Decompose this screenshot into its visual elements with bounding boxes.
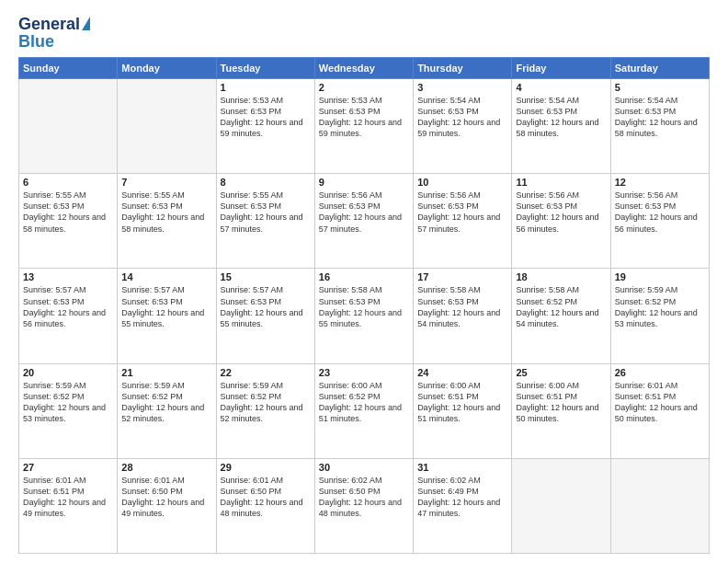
day-info: Sunrise: 6:01 AMSunset: 6:50 PMDaylight:…: [221, 475, 311, 520]
calendar-cell-17: 17 Sunrise: 5:58 AMSunset: 6:53 PMDaylig…: [414, 269, 512, 363]
calendar-cell-7: 7 Sunrise: 5:55 AMSunset: 6:53 PMDayligh…: [118, 174, 216, 269]
weekday-header-saturday: Saturday: [610, 58, 709, 79]
day-number: 18: [516, 271, 606, 282]
day-number: 10: [417, 177, 507, 188]
day-info: Sunrise: 6:02 AMSunset: 6:50 PMDaylight:…: [319, 475, 409, 520]
calendar-cell-empty: [512, 458, 610, 553]
calendar-cell-4: 4 Sunrise: 5:54 AMSunset: 6:53 PMDayligh…: [512, 79, 610, 174]
weekday-header-tuesday: Tuesday: [216, 58, 314, 79]
calendar-cell-5: 5 Sunrise: 5:54 AMSunset: 6:53 PMDayligh…: [610, 79, 709, 174]
calendar-cell-29: 29 Sunrise: 6:01 AMSunset: 6:50 PMDaylig…: [216, 458, 314, 553]
day-info: Sunrise: 5:58 AMSunset: 6:53 PMDaylight:…: [417, 284, 507, 329]
day-info: Sunrise: 6:02 AMSunset: 6:49 PMDaylight:…: [417, 475, 507, 520]
day-number: 16: [319, 271, 409, 282]
day-info: Sunrise: 6:01 AMSunset: 6:51 PMDaylight:…: [23, 475, 113, 520]
calendar-cell-22: 22 Sunrise: 5:59 AMSunset: 6:52 PMDaylig…: [216, 363, 314, 458]
day-number: 26: [615, 367, 705, 378]
day-info: Sunrise: 5:53 AMSunset: 6:53 PMDaylight:…: [319, 95, 409, 140]
day-number: 31: [417, 462, 507, 473]
calendar-cell-empty: [19, 79, 118, 174]
day-number: 30: [319, 462, 409, 473]
day-number: 13: [23, 271, 113, 282]
day-number: 19: [615, 271, 705, 282]
calendar-cell-21: 21 Sunrise: 5:59 AMSunset: 6:52 PMDaylig…: [118, 363, 216, 458]
day-info: Sunrise: 5:56 AMSunset: 6:53 PMDaylight:…: [615, 190, 705, 235]
calendar-cell-8: 8 Sunrise: 5:55 AMSunset: 6:53 PMDayligh…: [216, 174, 314, 269]
day-info: Sunrise: 5:59 AMSunset: 6:52 PMDaylight:…: [121, 380, 211, 425]
day-number: 14: [121, 271, 211, 282]
day-info: Sunrise: 6:01 AMSunset: 6:51 PMDaylight:…: [615, 380, 705, 425]
header: General Blue: [18, 15, 710, 52]
day-info: Sunrise: 5:56 AMSunset: 6:53 PMDaylight:…: [319, 190, 409, 235]
calendar-cell-18: 18 Sunrise: 5:58 AMSunset: 6:52 PMDaylig…: [512, 269, 610, 363]
day-info: Sunrise: 5:57 AMSunset: 6:53 PMDaylight:…: [23, 284, 113, 329]
day-info: Sunrise: 5:59 AMSunset: 6:52 PMDaylight:…: [615, 284, 705, 329]
day-number: 17: [417, 271, 507, 282]
day-info: Sunrise: 5:55 AMSunset: 6:53 PMDaylight:…: [221, 190, 311, 235]
day-number: 11: [516, 177, 606, 188]
day-number: 3: [417, 82, 507, 93]
day-number: 5: [615, 82, 705, 93]
day-number: 25: [516, 367, 606, 378]
day-info: Sunrise: 5:56 AMSunset: 6:53 PMDaylight:…: [417, 190, 507, 235]
week-row-5: 27 Sunrise: 6:01 AMSunset: 6:51 PMDaylig…: [19, 458, 710, 553]
logo-general-text: General: [18, 15, 80, 34]
calendar-cell-1: 1 Sunrise: 5:53 AMSunset: 6:53 PMDayligh…: [216, 79, 314, 174]
weekday-header-thursday: Thursday: [414, 58, 512, 79]
day-info: Sunrise: 6:00 AMSunset: 6:51 PMDaylight:…: [417, 380, 507, 425]
day-number: 23: [319, 367, 409, 378]
day-info: Sunrise: 5:58 AMSunset: 6:53 PMDaylight:…: [319, 284, 409, 329]
calendar-cell-16: 16 Sunrise: 5:58 AMSunset: 6:53 PMDaylig…: [314, 269, 413, 363]
logo-icon: General: [18, 15, 90, 34]
day-number: 4: [516, 82, 606, 93]
weekday-header-wednesday: Wednesday: [314, 58, 413, 79]
day-number: 9: [319, 177, 409, 188]
calendar-cell-19: 19 Sunrise: 5:59 AMSunset: 6:52 PMDaylig…: [610, 269, 709, 363]
day-info: Sunrise: 6:00 AMSunset: 6:51 PMDaylight:…: [516, 380, 606, 425]
day-info: Sunrise: 5:55 AMSunset: 6:53 PMDaylight:…: [23, 190, 113, 235]
day-info: Sunrise: 5:57 AMSunset: 6:53 PMDaylight:…: [121, 284, 211, 329]
calendar-cell-24: 24 Sunrise: 6:00 AMSunset: 6:51 PMDaylig…: [414, 363, 512, 458]
week-row-2: 6 Sunrise: 5:55 AMSunset: 6:53 PMDayligh…: [19, 174, 710, 269]
calendar-cell-empty: [610, 458, 709, 553]
day-info: Sunrise: 5:57 AMSunset: 6:53 PMDaylight:…: [221, 284, 311, 329]
logo: General Blue: [18, 15, 90, 52]
day-info: Sunrise: 5:59 AMSunset: 6:52 PMDaylight:…: [23, 380, 113, 425]
page: General Blue SundayMondayTuesdayWednesda…: [0, 0, 728, 563]
calendar-cell-27: 27 Sunrise: 6:01 AMSunset: 6:51 PMDaylig…: [19, 458, 118, 553]
day-number: 27: [23, 462, 113, 473]
calendar-cell-11: 11 Sunrise: 5:56 AMSunset: 6:53 PMDaylig…: [512, 174, 610, 269]
calendar-cell-empty: [118, 79, 216, 174]
calendar-cell-15: 15 Sunrise: 5:57 AMSunset: 6:53 PMDaylig…: [216, 269, 314, 363]
weekday-header-monday: Monday: [118, 58, 216, 79]
logo-triangle-icon: [82, 17, 90, 30]
calendar-cell-2: 2 Sunrise: 5:53 AMSunset: 6:53 PMDayligh…: [314, 79, 413, 174]
day-info: Sunrise: 5:54 AMSunset: 6:53 PMDaylight:…: [417, 95, 507, 140]
day-info: Sunrise: 5:56 AMSunset: 6:53 PMDaylight:…: [516, 190, 606, 235]
calendar-cell-28: 28 Sunrise: 6:01 AMSunset: 6:50 PMDaylig…: [118, 458, 216, 553]
day-info: Sunrise: 5:59 AMSunset: 6:52 PMDaylight:…: [221, 380, 311, 425]
day-number: 1: [221, 82, 311, 93]
day-number: 15: [221, 271, 311, 282]
weekday-header-row: SundayMondayTuesdayWednesdayThursdayFrid…: [19, 58, 710, 79]
day-info: Sunrise: 6:00 AMSunset: 6:52 PMDaylight:…: [319, 380, 409, 425]
calendar-cell-12: 12 Sunrise: 5:56 AMSunset: 6:53 PMDaylig…: [610, 174, 709, 269]
day-info: Sunrise: 6:01 AMSunset: 6:50 PMDaylight:…: [121, 475, 211, 520]
calendar-cell-26: 26 Sunrise: 6:01 AMSunset: 6:51 PMDaylig…: [610, 363, 709, 458]
calendar-cell-14: 14 Sunrise: 5:57 AMSunset: 6:53 PMDaylig…: [118, 269, 216, 363]
calendar-cell-6: 6 Sunrise: 5:55 AMSunset: 6:53 PMDayligh…: [19, 174, 118, 269]
day-info: Sunrise: 5:58 AMSunset: 6:52 PMDaylight:…: [516, 284, 606, 329]
week-row-4: 20 Sunrise: 5:59 AMSunset: 6:52 PMDaylig…: [19, 363, 710, 458]
day-number: 12: [615, 177, 705, 188]
week-row-3: 13 Sunrise: 5:57 AMSunset: 6:53 PMDaylig…: [19, 269, 710, 363]
logo-blue-text: Blue: [18, 32, 54, 52]
calendar-table: SundayMondayTuesdayWednesdayThursdayFrid…: [18, 57, 710, 554]
day-number: 2: [319, 82, 409, 93]
day-info: Sunrise: 5:53 AMSunset: 6:53 PMDaylight:…: [221, 95, 311, 140]
day-number: 8: [221, 177, 311, 188]
day-info: Sunrise: 5:54 AMSunset: 6:53 PMDaylight:…: [516, 95, 606, 140]
day-number: 6: [23, 177, 113, 188]
weekday-header-friday: Friday: [512, 58, 610, 79]
day-number: 21: [121, 367, 211, 378]
day-number: 29: [221, 462, 311, 473]
